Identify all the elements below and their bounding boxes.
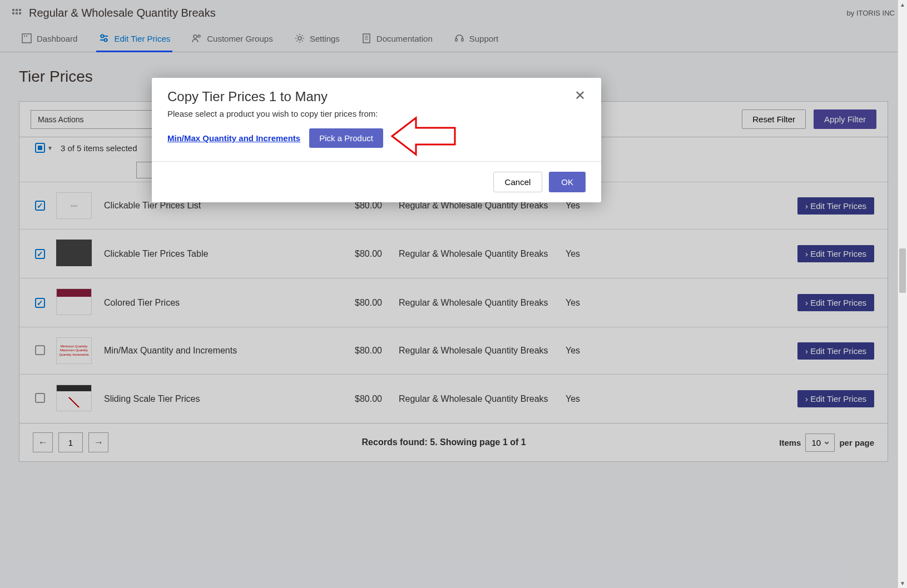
- product-price: $80.00: [332, 278, 388, 327]
- edit-tier-prices-button[interactable]: › Edit Tier Prices: [797, 294, 874, 311]
- svg-rect-7: [24, 36, 25, 37]
- tab-customer-groups[interactable]: Customer Groups: [189, 26, 275, 52]
- svg-point-10: [101, 35, 104, 38]
- product-name: Sliding Scale Tier Prices: [98, 375, 332, 423]
- top-header: Regular & Wholesale Quantity Breaks by I…: [0, 0, 907, 26]
- svg-point-15: [298, 37, 301, 40]
- tab-dashboard-label: Dashboard: [37, 34, 77, 43]
- select-all-dropdown[interactable]: ▼: [35, 143, 53, 153]
- sliders-icon: [98, 33, 110, 44]
- tab-customer-groups-label: Customer Groups: [207, 34, 272, 43]
- product-category: Regular & Wholesale Quantity Breaks: [388, 375, 560, 423]
- document-icon: [361, 33, 372, 44]
- product-price: $80.00: [332, 327, 388, 375]
- dashboard-icon: [21, 33, 32, 44]
- svg-rect-21: [462, 38, 463, 41]
- svg-rect-4: [16, 12, 18, 14]
- tab-documentation[interactable]: Documentation: [359, 26, 435, 52]
- tab-support-label: Support: [469, 34, 499, 43]
- svg-point-12: [105, 39, 107, 42]
- scroll-up-icon[interactable]: ▲: [898, 0, 907, 9]
- next-page-button[interactable]: →: [88, 432, 108, 452]
- items-label: Items: [779, 438, 801, 447]
- products-table: ✓≡≡≡Clickable Tier Prices List$80.00Regu…: [19, 182, 888, 423]
- tab-support[interactable]: Support: [452, 26, 501, 52]
- svg-rect-1: [16, 9, 18, 11]
- edit-tier-prices-button[interactable]: › Edit Tier Prices: [797, 197, 874, 215]
- chevron-down-icon: ▼: [47, 145, 53, 151]
- product-category: Regular & Wholesale Quantity Breaks: [388, 278, 560, 327]
- product-name: Colored Tier Prices: [98, 278, 332, 327]
- svg-rect-3: [12, 12, 14, 14]
- prev-page-button[interactable]: ←: [33, 432, 53, 452]
- edit-tier-prices-button[interactable]: › Edit Tier Prices: [797, 342, 874, 360]
- table-row: Sliding Scale Tier Prices$80.00Regular &…: [19, 375, 888, 423]
- tab-edit-tier[interactable]: Edit Tier Prices: [96, 26, 172, 52]
- reset-filter-button[interactable]: Reset Filter: [742, 109, 806, 129]
- ok-button[interactable]: OK: [549, 172, 586, 192]
- page-app-title: Regular & Wholesale Quantity Breaks: [29, 7, 216, 19]
- selected-product-link[interactable]: Min/Max Quantity and Increments: [167, 133, 300, 143]
- svg-rect-20: [455, 38, 457, 41]
- product-name: Clickable Tier Prices Table: [98, 230, 332, 278]
- row-checkbox[interactable]: ✓: [35, 201, 45, 211]
- product-thumbnail: [56, 288, 92, 315]
- product-price: $80.00: [332, 230, 388, 278]
- product-enabled: Yes: [560, 375, 627, 423]
- tab-settings-label: Settings: [310, 34, 340, 43]
- modal-title: Copy Tier Prices 1 to Many: [167, 89, 328, 104]
- product-enabled: Yes: [560, 327, 627, 375]
- svg-rect-5: [19, 12, 21, 14]
- tab-dashboard[interactable]: Dashboard: [19, 26, 80, 52]
- product-category: Regular & Wholesale Quantity Breaks: [388, 230, 560, 278]
- modal-instruction: Please select a product you wish to copy…: [167, 109, 586, 118]
- table-row: Minimum Quantity Maximum Quantity Quanti…: [19, 327, 888, 375]
- svg-point-13: [194, 35, 197, 38]
- product-thumbnail: [56, 385, 92, 411]
- records-summary: Records found: 5. Showing page 1 of 1: [362, 437, 526, 447]
- table-row: ✓Clickable Tier Prices Table$80.00Regula…: [19, 230, 888, 278]
- page-number-input[interactable]: [58, 432, 83, 452]
- edit-tier-prices-button[interactable]: › Edit Tier Prices: [797, 390, 874, 407]
- product-thumbnail: [56, 240, 92, 266]
- product-enabled: Yes: [560, 230, 627, 278]
- pick-product-button[interactable]: Pick a Product: [309, 128, 383, 148]
- svg-rect-16: [363, 34, 370, 43]
- vertical-scrollbar[interactable]: ▲ ▼: [898, 0, 907, 588]
- row-checkbox[interactable]: [35, 345, 45, 355]
- product-thumbnail: ≡≡≡: [56, 192, 92, 219]
- gear-icon: [294, 33, 305, 44]
- svg-rect-2: [19, 9, 21, 11]
- scroll-down-icon[interactable]: ▼: [898, 579, 907, 588]
- tab-documentation-label: Documentation: [376, 34, 433, 43]
- cancel-button[interactable]: Cancel: [493, 172, 543, 192]
- headset-icon: [454, 33, 465, 44]
- svg-rect-8: [26, 36, 27, 37]
- brand-label: by ITORIS INC: [847, 9, 895, 17]
- row-checkbox[interactable]: [35, 393, 45, 403]
- row-checkbox[interactable]: ✓: [35, 298, 45, 308]
- product-name: Min/Max Quantity and Increments: [98, 327, 332, 375]
- svg-point-14: [198, 35, 200, 37]
- tab-edit-tier-label: Edit Tier Prices: [114, 34, 170, 43]
- per-page-select[interactable]: 10: [805, 433, 835, 452]
- table-row: ✓Colored Tier Prices$80.00Regular & Whol…: [19, 278, 888, 327]
- mass-actions-label: Mass Actions: [38, 115, 83, 124]
- apps-grid-icon[interactable]: [12, 9, 21, 18]
- product-price: $80.00: [332, 375, 388, 423]
- product-thumbnail: Minimum Quantity Maximum Quantity Quanti…: [56, 337, 92, 364]
- row-checkbox[interactable]: ✓: [35, 249, 45, 259]
- tab-settings[interactable]: Settings: [292, 26, 342, 52]
- edit-tier-prices-button[interactable]: › Edit Tier Prices: [797, 245, 874, 262]
- nav-tabs: Dashboard Edit Tier Prices Customer Grou…: [0, 26, 907, 52]
- apply-filter-button[interactable]: Apply Filter: [814, 109, 876, 129]
- close-icon[interactable]: ✕: [574, 89, 586, 102]
- product-enabled: Yes: [560, 278, 627, 327]
- users-icon: [191, 33, 202, 44]
- per-page-label: per page: [839, 438, 874, 447]
- scroll-thumb[interactable]: [899, 248, 906, 293]
- svg-rect-6: [22, 34, 31, 43]
- mass-actions-dropdown[interactable]: Mass Actions: [31, 110, 153, 129]
- svg-rect-0: [12, 9, 14, 11]
- selection-count: 3 of 5 items selected: [61, 143, 137, 153]
